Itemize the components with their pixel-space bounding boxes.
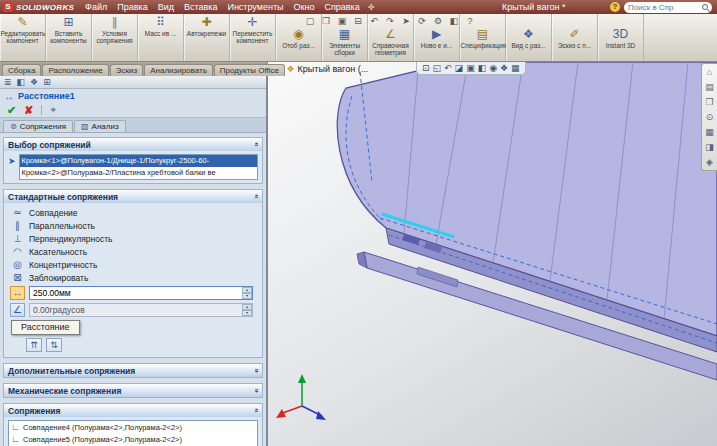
graphics-viewport[interactable]: ▸ ❖ Крытый вагон (... ⊡◱↶◪▣◧◉❖▦ ⌂▤❐⊙▦◨◈ — [268, 62, 717, 446]
angle-mate-button[interactable]: ∠ — [10, 303, 25, 317]
panel-tab-icon[interactable]: ❖ — [30, 76, 38, 88]
mate-list-item[interactable]: ∟ Совпадение4 (Полурама<2>,Полурама-2<2>… — [9, 421, 257, 433]
advanced-mates-header[interactable]: Дополнительные сопряжения « — [4, 364, 262, 377]
selected-entity-item[interactable]: Кромка<1>@Полувагон-1/Днище-1/Полукруг-2… — [20, 155, 257, 167]
view-toolbar-icon[interactable]: ▦ — [511, 62, 520, 74]
search-icon[interactable] — [702, 4, 708, 10]
aligned-button[interactable]: ⇈ — [26, 338, 42, 352]
view-toolbar-icon[interactable]: ◪ — [455, 62, 464, 74]
view-toolbar-icon[interactable]: ❖ — [500, 62, 508, 74]
distance-spinner[interactable]: ▴▾ — [242, 287, 252, 299]
command-manager-tab[interactable]: Анализировать — [144, 64, 213, 76]
search-input[interactable] — [628, 3, 700, 12]
std-toolbar-icon[interactable]: ⟳ — [416, 15, 428, 27]
view-toolbar-icon[interactable]: ◧ — [478, 62, 487, 74]
keep-visible-pin-button[interactable]: ⌖ — [50, 104, 56, 116]
std-toolbar-icon[interactable]: ❐ — [320, 15, 332, 27]
view-toolbar-icon[interactable]: ◱ — [433, 62, 442, 74]
mate-list-item[interactable]: ∟ Совпадение5 (Полурама<2>,Полурама-2<2>… — [9, 433, 257, 445]
std-toolbar-icon[interactable]: ◧ — [448, 15, 460, 27]
panel-tab-icon[interactable]: ⊞ — [43, 76, 51, 88]
collapse-chevron-icon[interactable]: « — [251, 408, 260, 412]
angle-value-input[interactable] — [29, 303, 253, 317]
collapse-chevron-icon[interactable]: « — [251, 194, 260, 198]
distance-value-input[interactable] — [29, 286, 253, 300]
std-toolbar-icon[interactable]: ▣ — [336, 15, 348, 27]
anti-aligned-button[interactable]: ⇅ — [46, 338, 62, 352]
mechanical-mates-header[interactable]: Механические сопряжения « — [4, 384, 262, 397]
std-toolbar-icon[interactable]: ↶ — [368, 15, 380, 27]
toolbar-button-label: Редактировать компонент — [1, 30, 45, 45]
feature-tree-flyout[interactable]: ▸ ❖ Крытый вагон (... — [280, 64, 368, 74]
ok-button[interactable]: ✔ — [7, 104, 16, 117]
property-manager-subtab[interactable]: ▧ Анализ — [74, 120, 126, 132]
toolbar-button[interactable]: 3D Instant 3D — [598, 14, 644, 61]
task-pane-icon[interactable]: ⌂ — [707, 67, 712, 77]
menu-item[interactable]: Справка — [319, 0, 364, 14]
view-toolbar-icon[interactable]: ⊡ — [422, 62, 430, 74]
std-toolbar-icon[interactable]: ▢ — [304, 15, 316, 27]
task-pane-icon[interactable]: ⊙ — [706, 112, 714, 122]
cancel-button[interactable]: ✘ — [24, 104, 33, 117]
mates-list-group: Сопряжения « ∟ Совпадение4 (Полурама<2>,… — [3, 403, 263, 446]
toolbar-button[interactable]: ∥ Условия сопряжения — [92, 14, 138, 61]
menu-item[interactable]: Вставка — [179, 0, 222, 14]
toolbar-button[interactable]: ✎ Редактировать компонент — [0, 14, 46, 61]
menu-item[interactable]: Инструменты — [222, 0, 288, 14]
selected-entity-item[interactable]: Кромка<2>@Полурама-2/Пластина хребтовой … — [20, 167, 257, 179]
std-toolbar-icon[interactable]: ↷ — [384, 15, 396, 27]
mate-type-option[interactable]: ◎ Концентричность — [8, 258, 258, 271]
view-toolbar-icon[interactable]: ▣ — [466, 62, 475, 74]
toolbar-button[interactable]: ⠿ Масс ив ... — [138, 14, 184, 61]
view-toolbar-icon[interactable]: ◉ — [489, 62, 497, 74]
mate-selections-header[interactable]: Выбор сопряжений « — [4, 138, 262, 151]
search-box[interactable] — [624, 2, 712, 13]
standard-mates-header[interactable]: Стандартные сопряжения « — [4, 190, 262, 203]
panel-tab-icon[interactable]: ◧ — [17, 76, 26, 88]
task-pane-icon[interactable]: ▦ — [705, 127, 714, 137]
menu-pin-icon[interactable]: ✜ — [365, 3, 378, 12]
toolbar-button[interactable]: ❖ Вид с раз... — [506, 14, 552, 61]
mate-type-option[interactable]: ⊠ Заблокировать — [8, 271, 258, 284]
distance-mate-button[interactable]: ↔ — [10, 286, 25, 300]
mate-type-option[interactable]: ◠ Касательность — [8, 245, 258, 258]
task-pane-icon[interactable]: ▤ — [705, 82, 714, 92]
expand-chevron-icon[interactable]: « — [251, 368, 260, 372]
property-manager-subtab[interactable]: ⊚ Сопряжения — [3, 120, 73, 132]
model-3d-view[interactable] — [268, 62, 717, 446]
view-toolbar-icon[interactable]: ↶ — [444, 62, 452, 74]
task-pane-icon[interactable]: ❐ — [705, 97, 713, 107]
command-manager-tab[interactable]: Сборка — [2, 64, 41, 76]
expand-chevron-icon[interactable]: « — [251, 388, 260, 392]
help-icon[interactable]: ? — [610, 2, 620, 12]
command-manager-tab[interactable]: Расположение — [42, 64, 108, 76]
group-title: Сопряжения — [8, 406, 60, 416]
mate-selections-listbox[interactable]: Кромка<1>@Полувагон-1/Днище-1/Полукруг-2… — [19, 154, 258, 180]
angle-row: ∠ ▴▾ — [8, 301, 258, 318]
collapse-chevron-icon[interactable]: « — [251, 142, 260, 146]
std-toolbar-icon[interactable]: ⊟ — [352, 15, 364, 27]
model-floor-panel[interactable] — [337, 62, 717, 336]
angle-spinner[interactable]: ▴▾ — [242, 304, 252, 316]
menu-item[interactable]: Окно — [289, 0, 320, 14]
menu-item[interactable]: Файл — [80, 0, 112, 14]
command-manager-tab[interactable]: Эскиз — [110, 64, 143, 76]
mates-listbox[interactable]: ∟ Совпадение4 (Полурама<2>,Полурама-2<2>… — [8, 420, 258, 446]
menu-item[interactable]: Вид — [153, 0, 179, 14]
toolbar-button[interactable]: ✛ Переместить компонент — [230, 14, 276, 61]
mate-type-option[interactable]: ∥ Параллельность — [8, 219, 258, 232]
mate-type-option[interactable]: ≃ Совпадение — [8, 206, 258, 219]
std-toolbar-icon[interactable]: ➤ — [400, 15, 412, 27]
std-toolbar-icon[interactable]: ? — [464, 15, 476, 27]
task-pane-icon[interactable]: ◈ — [706, 157, 713, 167]
menu-item[interactable]: Правка — [112, 0, 152, 14]
std-toolbar-icon[interactable]: ⚙ — [432, 15, 444, 27]
mate-type-option[interactable]: ⊥ Перпендикулярность — [8, 232, 258, 245]
toolbar-button[interactable]: ✚ Автокрепежи — [184, 14, 230, 61]
task-pane-icon[interactable]: ◨ — [705, 142, 714, 152]
command-manager-tab[interactable]: Продукты Office — [214, 64, 285, 76]
toolbar-button[interactable]: ⊞ Вставить компоненты — [46, 14, 92, 61]
toolbar-button[interactable]: ✐ Эскиз с п... — [552, 14, 598, 61]
mates-list-header[interactable]: Сопряжения « — [4, 404, 262, 417]
panel-tab-icon[interactable]: ≣ — [4, 76, 12, 88]
